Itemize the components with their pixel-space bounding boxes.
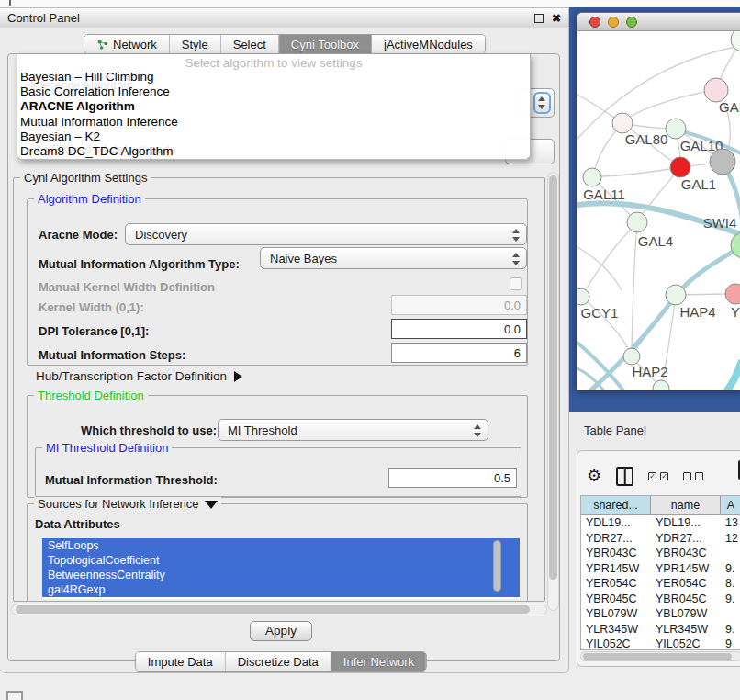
table-row[interactable]: YBR045C YBR045C 9. xyxy=(581,592,740,607)
close-icon[interactable]: ✖ xyxy=(552,14,561,23)
bottom-tab[interactable]: Discretize Data xyxy=(226,652,331,671)
network-node[interactable] xyxy=(670,157,690,177)
network-canvas[interactable]: GAL7GAL80GAL10GAL1GAL11SWI4GAL4GCY1HAP4Y… xyxy=(577,31,740,390)
tab-label: Select xyxy=(233,38,266,51)
algorithm-definition-title: Algorithm Definition xyxy=(34,192,145,206)
table-row[interactable]: YLR345W YLR345W 9. xyxy=(581,622,740,638)
control-panel-tab[interactable]: Style xyxy=(170,35,221,53)
mi-threshold-group: MI Threshold Definition Mutual Informati… xyxy=(35,447,521,497)
cell-name: YBR045C xyxy=(651,592,721,607)
control-panel-window: Control Panel ✖ Network xyxy=(0,7,569,673)
bottom-tab[interactable]: Infer Network xyxy=(331,652,426,671)
attribute-list-item[interactable]: TopologicalCoefficient xyxy=(42,553,520,568)
mi-algorithm-type-value: Naive Bayes xyxy=(270,252,337,265)
scrollbar-thumb[interactable] xyxy=(583,653,732,660)
settings-vertical-scrollbar[interactable] xyxy=(547,172,559,611)
column-header-partial[interactable]: A xyxy=(721,496,740,514)
dropdown-item[interactable]: Basic Correlation Inference xyxy=(17,85,530,99)
network-node-label: GAL7 xyxy=(719,99,740,115)
dropdown-item[interactable]: Mutual Information Inference xyxy=(17,115,530,130)
scrollbar-thumb[interactable] xyxy=(549,175,557,580)
float-window-icon[interactable] xyxy=(534,14,544,23)
table-horizontal-scrollbar[interactable] xyxy=(580,651,740,661)
dropdown-item[interactable]: Dream8 DC_TDC Algorithm xyxy=(17,144,530,159)
table-row[interactable]: YER054C YER054C 8. xyxy=(581,576,740,592)
select-all-columns-icon[interactable]: ✓✓ xyxy=(648,472,668,480)
apply-button[interactable]: Apply xyxy=(250,621,312,641)
cell-value xyxy=(721,606,740,622)
tab-label: Discretize Data xyxy=(238,655,319,669)
columns-icon[interactable] xyxy=(616,467,633,486)
dpi-tolerance-field[interactable]: 0.0 xyxy=(391,319,527,339)
attribute-list-item[interactable]: gal4RGexp xyxy=(42,582,520,597)
close-traffic-light[interactable] xyxy=(589,17,600,28)
table-row[interactable]: YPR145W YPR145W 9. xyxy=(581,561,740,577)
network-node[interactable] xyxy=(731,31,740,51)
attribute-list-scrollbar[interactable] xyxy=(493,540,501,592)
algorithm-definition-group: Algorithm Definition Aracne Mode: Discov… xyxy=(27,198,528,366)
bottom-tab[interactable]: Impute Data xyxy=(136,652,226,671)
aracne-mode-combobox[interactable]: Discovery xyxy=(125,223,527,245)
manual-kernel-width-checkbox[interactable] xyxy=(510,277,522,290)
table-row[interactable]: YIL052C YIL052C 9 xyxy=(581,637,740,650)
table-row[interactable]: YDL19... YDL19... 13 xyxy=(581,515,740,531)
collapsed-panel-chip[interactable] xyxy=(6,691,23,700)
dropdown-item[interactable]: Bayesian – K2 xyxy=(17,130,530,144)
column-header-shared-name[interactable]: shared... xyxy=(581,496,651,514)
table-toolbar: ⚙ ✓✓ xyxy=(587,462,740,490)
control-panel-tabbar: Network Style xyxy=(84,34,486,54)
cell-name: YIL052C xyxy=(651,637,721,650)
mi-threshold-field[interactable]: 0.5 xyxy=(388,468,517,488)
cyni-algorithm-settings-group: Cyni Algorithm Settings Algorithm Defini… xyxy=(13,177,545,602)
minimize-traffic-light[interactable] xyxy=(608,17,619,28)
network-node[interactable] xyxy=(666,285,686,305)
gear-icon[interactable]: ⚙ xyxy=(587,468,601,484)
tab-label: Style xyxy=(182,38,208,51)
table-row[interactable]: YBL079W YBL079W xyxy=(581,606,740,622)
settings-horizontal-scrollbar[interactable] xyxy=(11,604,547,615)
which-threshold-label: Which threshold to use: xyxy=(81,423,217,437)
attribute-list-item[interactable]: SelfLoops xyxy=(42,538,520,553)
zoom-traffic-light[interactable] xyxy=(626,17,637,28)
settings-group-title: Cyni Algorithm Settings xyxy=(20,171,151,185)
cell-shared-name: YDR27... xyxy=(581,531,651,547)
network-node[interactable] xyxy=(612,113,633,133)
attribute-list-item[interactable]: BetweennessCentrality xyxy=(42,568,520,582)
control-panel-tab[interactable]: Cyni Toolbox xyxy=(279,35,372,53)
dropdown-item-label: Mutual Information Inference xyxy=(20,115,178,129)
dropdown-item[interactable]: Bayesian – Hill Climbing xyxy=(17,70,530,85)
network-node[interactable] xyxy=(627,212,647,232)
network-node[interactable] xyxy=(725,284,740,304)
kernel-width-field[interactable]: 0.0 xyxy=(391,295,527,315)
tab-label: Infer Network xyxy=(343,655,414,669)
mi-steps-field[interactable]: 6 xyxy=(391,343,527,363)
cell-value xyxy=(721,546,740,561)
window-edge-tick xyxy=(9,0,11,6)
cell-shared-name: YIL052C xyxy=(581,637,651,650)
network-node[interactable] xyxy=(583,168,601,186)
network-node[interactable] xyxy=(666,119,686,139)
column-header-name[interactable]: name xyxy=(651,496,721,514)
mi-algorithm-type-combobox[interactable]: Naive Bayes xyxy=(260,247,527,269)
network-node[interactable] xyxy=(623,348,640,365)
combobox-spinner-icon xyxy=(474,423,481,438)
control-panel-tab[interactable]: Select xyxy=(221,35,279,53)
network-node[interactable] xyxy=(710,149,735,175)
sources-group-title: Sources for Network Inference xyxy=(34,497,221,511)
which-threshold-combobox[interactable]: MI Threshold xyxy=(218,419,488,441)
network-edge xyxy=(706,363,740,390)
control-panel-tab[interactable]: jActiveMNodules xyxy=(372,35,485,53)
table-row[interactable]: YBR043C YBR043C xyxy=(581,546,740,561)
network-node-label: GAL11 xyxy=(583,186,625,202)
scrollbar-thumb[interactable] xyxy=(16,605,530,614)
table-row[interactable]: YDR27... YDR27... 12 xyxy=(581,531,740,547)
control-panel-tab[interactable]: Network xyxy=(84,35,170,53)
network-node[interactable] xyxy=(577,288,589,305)
deselect-all-columns-icon[interactable] xyxy=(683,472,703,480)
combobox-arrow-button[interactable] xyxy=(533,92,551,114)
dropdown-item[interactable]: ARACNE Algorithm xyxy=(17,99,530,114)
attribute-name: TopologicalCoefficient xyxy=(48,554,159,567)
cell-name: YDR27... xyxy=(651,531,721,547)
dropdown-placeholder: Select algorithm to view settings xyxy=(17,54,530,70)
hub-definition-toggle[interactable]: Hub/Transcription Factor Definition xyxy=(36,369,242,383)
